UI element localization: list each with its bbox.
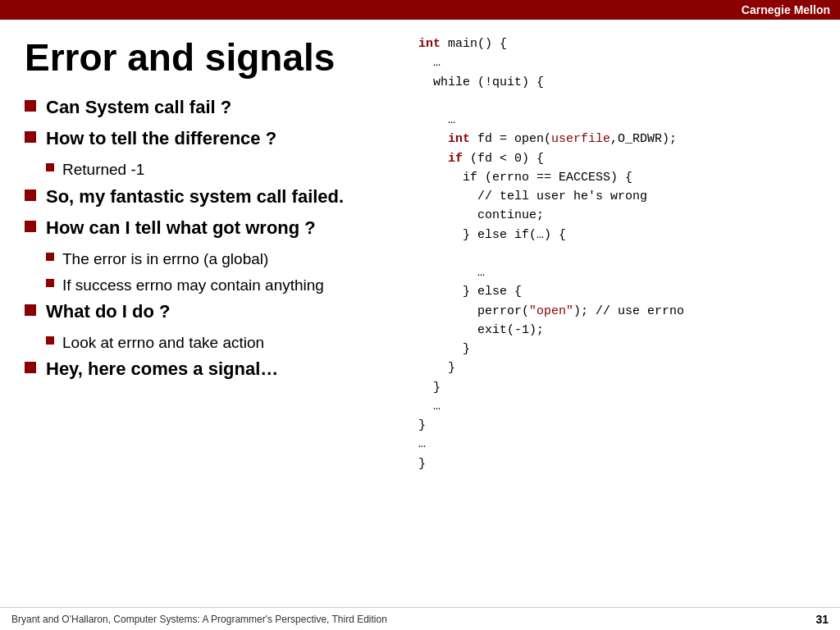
sub-bullet-icon-4-1	[46, 253, 54, 261]
code-block: int main() { … while (!quit) { … int fd …	[418, 34, 832, 473]
bullet-icon-2	[25, 131, 36, 143]
top-bar: Carnegie Mellon	[0, 0, 840, 20]
bullet-text-4: How can I tell what got wrong ?	[46, 217, 316, 240]
bullet-1: Can System call fail ?	[25, 96, 394, 120]
main-content: Error and signals Can System call fail ?…	[0, 20, 840, 605]
bullet-text-1: Can System call fail ?	[46, 96, 231, 120]
sub-bullet-2-1: Returned -1	[46, 159, 394, 180]
bullet-icon-4	[25, 221, 36, 232]
bullet-icon-6	[25, 362, 36, 373]
sub-bullet-text-2-1: Returned -1	[62, 159, 144, 180]
bullet-5: What do I do ?	[25, 300, 394, 324]
sub-bullet-icon-5-1	[46, 336, 54, 345]
university-label: Carnegie Mellon	[742, 3, 830, 16]
left-panel: Error and signals Can System call fail ?…	[0, 20, 410, 605]
bullet-6: Hey, here comes a signal…	[25, 358, 394, 381]
sub-bullet-5-1: Look at errno and take action	[46, 332, 394, 354]
footer-citation: Bryant and O'Hallaron, Computer Systems:…	[11, 614, 387, 625]
sub-bullet-icon-4-2	[46, 279, 54, 287]
sub-bullet-4-2: If success errno may contain anything	[46, 275, 394, 296]
sub-bullet-icon-2-1	[46, 163, 54, 171]
bullet-text-5: What do I do ?	[46, 300, 171, 324]
bullet-text-3: So, my fantastic system call failed.	[46, 185, 344, 209]
bullet-icon-5	[25, 304, 36, 316]
footer-page: 31	[815, 613, 829, 626]
slide-title: Error and signals	[25, 36, 394, 80]
sub-bullet-text-4-1: The error is in errno (a global)	[62, 249, 268, 270]
bullet-text-2: How to tell the difference ?	[46, 127, 276, 151]
bullet-icon-3	[25, 189, 36, 201]
sub-bullet-text-5-1: Look at errno and take action	[62, 332, 264, 354]
sub-bullet-text-4-2: If success errno may contain anything	[62, 275, 324, 296]
bullet-2: How to tell the difference ?	[25, 127, 394, 151]
bullet-text-6: Hey, here comes a signal…	[46, 358, 278, 381]
bullet-3: So, my fantastic system call failed.	[25, 185, 394, 209]
right-panel: int main() { … while (!quit) { … int fd …	[410, 20, 840, 605]
bullet-4: How can I tell what got wrong ?	[25, 217, 394, 240]
sub-bullet-4-1: The error is in errno (a global)	[46, 249, 394, 270]
bullet-icon-1	[25, 100, 36, 112]
footer: Bryant and O'Hallaron, Computer Systems:…	[0, 607, 840, 630]
